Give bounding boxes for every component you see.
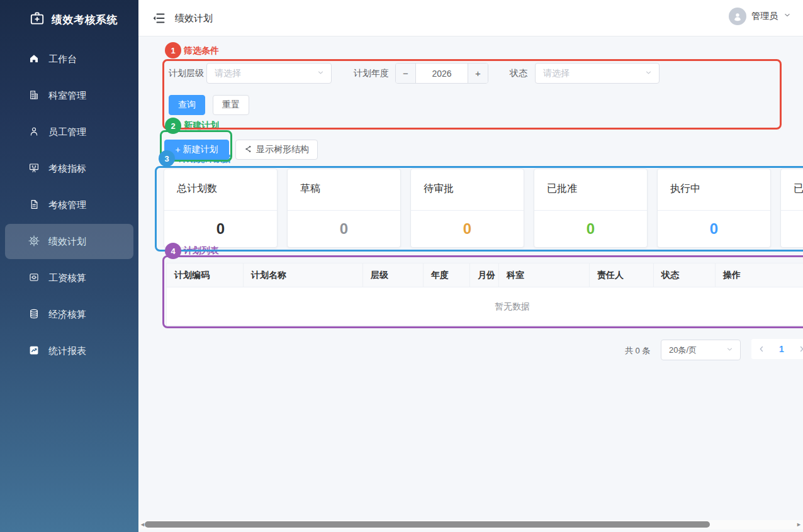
- sidebar-item-indicators[interactable]: 考核指标: [5, 151, 133, 186]
- search-button[interactable]: 查询: [169, 95, 205, 115]
- sidebar-item-workbench[interactable]: 工作台: [5, 42, 133, 77]
- annotation-badge-1: 1: [165, 42, 181, 58]
- sidebar-item-label: 统计报表: [48, 345, 86, 357]
- stats-row: 总计划数 0 草稿 0 待审批 0 已批准 0 执行中 0 已: [164, 169, 803, 248]
- plan-level-label: 计划层级: [169, 63, 204, 84]
- show-tree-label: 显示树形结构: [256, 144, 309, 155]
- sidebar: 绩效考核系统 工作台 科室管理: [0, 0, 138, 532]
- year-input[interactable]: [416, 64, 468, 83]
- stat-card-value: 0: [658, 211, 770, 247]
- show-tree-button[interactable]: 显示树形结构: [235, 140, 318, 160]
- medkit-icon: [29, 10, 45, 29]
- salary-icon: [28, 272, 40, 285]
- sidebar-item-performance-plan[interactable]: 绩效计划: [5, 224, 133, 259]
- home-icon: [28, 53, 40, 66]
- stat-card-value: 0: [534, 211, 647, 247]
- fold-icon[interactable]: [151, 11, 166, 26]
- new-plan-button[interactable]: + 新建计划: [164, 140, 229, 160]
- horizontal-scrollbar: ◄ ►: [138, 520, 803, 529]
- sidebar-item-label: 考核管理: [48, 199, 86, 211]
- plus-icon: +: [175, 145, 180, 155]
- col-year: 年度: [424, 263, 470, 287]
- annotation-badge-2: 2: [165, 118, 181, 134]
- empty-state: 暂无数据: [167, 287, 803, 326]
- stat-card-value: 0: [288, 211, 400, 247]
- col-plan-code: 计划编码: [167, 263, 244, 287]
- stat-card-title: 已: [781, 169, 803, 211]
- next-page-button[interactable]: [792, 339, 803, 359]
- sidebar-item-reports[interactable]: 统计报表: [5, 333, 133, 369]
- stat-card-value: 0: [164, 211, 277, 247]
- page-title: 绩效计划: [175, 13, 213, 25]
- sidebar-item-label: 工作台: [48, 53, 77, 65]
- status-select[interactable]: 请选择: [535, 63, 660, 84]
- app-window: 绩效考核系统 工作台 科室管理: [0, 0, 803, 532]
- sidebar-item-assessments[interactable]: 考核管理: [5, 187, 133, 223]
- chevron-down-icon: [317, 68, 325, 79]
- stat-card-total: 总计划数 0: [164, 169, 278, 248]
- col-owner: 责任人: [590, 263, 654, 287]
- app-title: 绩效考核系统: [52, 13, 118, 27]
- chart-icon: [28, 345, 40, 358]
- table-header-row: 计划编码 计划名称 层级 年度 月份 科室 责任人 状态 操作: [167, 263, 803, 287]
- col-plan-name: 计划名称: [244, 263, 363, 287]
- document-icon: [28, 199, 40, 212]
- chevron-down-icon: [726, 345, 734, 356]
- sidebar-item-label: 员工管理: [48, 126, 86, 138]
- sidebar-nav: 工作台 科室管理 员工管理: [0, 40, 138, 370]
- share-icon: [244, 145, 253, 155]
- main-content: 1 筛选条件 计划层级 请选择 计划年度 − + 状态 请选择 查询 重置 2 …: [138, 36, 803, 532]
- sidebar-item-departments[interactable]: 科室管理: [5, 78, 133, 113]
- annotation-label-1: 筛选条件: [184, 45, 219, 57]
- page-number[interactable]: 1: [772, 339, 792, 359]
- top-header: 绩效计划 管理员: [138, 0, 803, 36]
- year-stepper: − +: [395, 63, 488, 84]
- sidebar-item-label: 工资核算: [48, 272, 86, 284]
- page-size-select[interactable]: 20条/页: [661, 340, 741, 360]
- col-department: 科室: [499, 263, 590, 287]
- scroll-right-arrow[interactable]: ►: [796, 522, 802, 528]
- plan-table: 计划编码 计划名称 层级 年度 月份 科室 责任人 状态 操作 暂无数据: [166, 263, 803, 326]
- year-decrease-button[interactable]: −: [396, 64, 416, 83]
- stat-card-title: 执行中: [658, 169, 770, 211]
- col-actions: 操作: [716, 263, 803, 287]
- scrollbar-thumb[interactable]: [145, 521, 710, 528]
- status-label: 状态: [510, 63, 527, 84]
- board-icon: [28, 162, 40, 175]
- sidebar-item-economics[interactable]: 经济核算: [5, 297, 133, 332]
- prev-page-button[interactable]: [751, 339, 772, 359]
- status-placeholder: 请选择: [543, 68, 570, 79]
- sidebar-item-salary[interactable]: 工资核算: [5, 260, 133, 296]
- user-name: 管理员: [751, 11, 778, 22]
- stat-card-clipped: 已: [780, 169, 803, 248]
- sidebar-item-label: 绩效计划: [48, 236, 86, 248]
- stat-card-pending: 待审批 0: [410, 169, 524, 248]
- total-count: 共 0 条: [625, 345, 650, 357]
- sidebar-item-label: 经济核算: [48, 309, 86, 321]
- stat-card-title: 已批准: [534, 169, 647, 211]
- page-size-value: 20条/页: [669, 345, 697, 356]
- stat-card-title: 待审批: [411, 169, 524, 211]
- user-icon: [28, 126, 40, 139]
- new-plan-label: 新建计划: [183, 144, 218, 155]
- chevron-down-icon: [783, 11, 792, 22]
- stat-card-draft: 草稿 0: [287, 169, 401, 248]
- stat-card-title: 总计划数: [164, 169, 277, 211]
- sidebar-item-employees[interactable]: 员工管理: [5, 114, 133, 150]
- chevron-down-icon: [644, 68, 653, 79]
- user-menu[interactable]: 管理员: [729, 8, 792, 25]
- reset-button[interactable]: 重置: [213, 95, 249, 115]
- year-increase-button[interactable]: +: [468, 64, 488, 83]
- stat-card-value: 0: [411, 211, 524, 247]
- col-level: 层级: [363, 263, 424, 287]
- stat-card-value: [781, 211, 803, 247]
- avatar: [729, 8, 746, 25]
- plan-level-select[interactable]: 请选择: [206, 63, 332, 84]
- database-icon: [28, 308, 40, 321]
- col-month: 月份: [470, 263, 499, 287]
- plan-level-placeholder: 请选择: [215, 68, 241, 79]
- building-icon: [28, 89, 40, 103]
- sidebar-item-label: 科室管理: [48, 90, 86, 102]
- gear-icon: [28, 235, 40, 248]
- annotation-label-2: 新建计划: [184, 120, 219, 131]
